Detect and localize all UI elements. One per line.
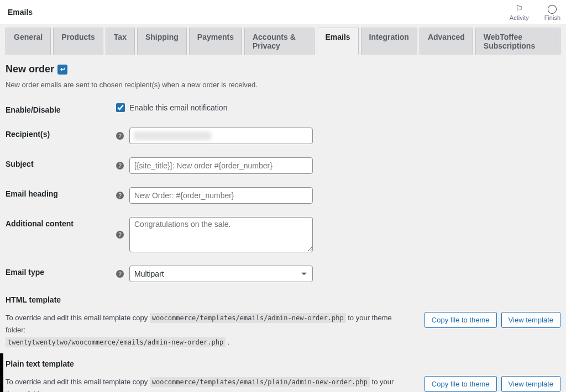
help-icon[interactable]: ? bbox=[116, 162, 124, 169]
tab-webtoffee-subscriptions[interactable]: WebToffee Subscriptions bbox=[475, 28, 560, 55]
tab-integration[interactable]: Integration bbox=[361, 28, 417, 55]
code-path: twentytwentytwo/woocommerce/emails/admin… bbox=[6, 337, 226, 347]
help-icon[interactable]: ? bbox=[116, 270, 124, 278]
html-template-section: HTML template To override and edit this … bbox=[6, 295, 560, 348]
finish-label: Finish bbox=[544, 14, 560, 21]
subject-row: Subject ? bbox=[6, 157, 560, 174]
activity-label: Activity bbox=[510, 14, 529, 21]
plain-template-section: Plain text template To override and edit… bbox=[6, 359, 560, 392]
copy-file-button[interactable]: Copy file to theme bbox=[424, 312, 497, 328]
enable-row: Enable/Disable Enable this email notific… bbox=[6, 103, 560, 114]
help-icon[interactable]: ? bbox=[116, 132, 124, 140]
topbar-actions: ⚐ Activity ◯ Finish bbox=[510, 3, 560, 21]
edge-decoration bbox=[0, 353, 3, 392]
recipients-row: Recipient(s) ? bbox=[6, 128, 560, 144]
tab-tax[interactable]: Tax bbox=[106, 28, 135, 55]
additional-label: Additional content bbox=[6, 219, 74, 228]
help-icon[interactable]: ? bbox=[116, 231, 124, 239]
plain-template-desc: To override and edit this email template… bbox=[6, 376, 413, 392]
settings-tabs: GeneralProductsTaxShippingPaymentsAccoun… bbox=[0, 24, 566, 55]
settings-form: Enable/Disable Enable this email notific… bbox=[6, 103, 560, 392]
finish-button[interactable]: ◯ Finish bbox=[544, 3, 560, 21]
tab-advanced[interactable]: Advanced bbox=[420, 28, 473, 55]
content: New order ↩ New order emails are sent to… bbox=[0, 55, 566, 392]
subject-label: Subject bbox=[6, 160, 34, 168]
enable-label: Enable/Disable bbox=[6, 103, 116, 114]
html-template-desc: To override and edit this email template… bbox=[6, 312, 413, 348]
help-icon[interactable]: ? bbox=[116, 192, 124, 199]
breadcrumb-title: Emails bbox=[8, 8, 33, 17]
plain-template-title: Plain text template bbox=[6, 359, 560, 368]
flag-icon: ⚐ bbox=[515, 3, 523, 14]
activity-button[interactable]: ⚐ Activity bbox=[510, 3, 529, 21]
recipients-blurred bbox=[134, 131, 211, 140]
code-path: woocommerce/templates/emails/admin-new-o… bbox=[150, 313, 346, 323]
topbar: Emails ⚐ Activity ◯ Finish bbox=[0, 0, 566, 24]
heading-input[interactable] bbox=[129, 187, 313, 204]
back-icon[interactable]: ↩ bbox=[57, 65, 67, 75]
heading-label: Email heading bbox=[6, 189, 58, 198]
recipients-label: Recipient(s) bbox=[6, 130, 50, 139]
tab-accounts-privacy[interactable]: Accounts & Privacy bbox=[244, 28, 315, 55]
enable-checkbox[interactable] bbox=[116, 103, 125, 112]
page-title-row: New order ↩ bbox=[6, 63, 560, 75]
tab-products[interactable]: Products bbox=[53, 28, 103, 55]
view-template-button[interactable]: View template bbox=[501, 312, 560, 328]
tab-emails[interactable]: Emails bbox=[317, 28, 358, 55]
page-description: New order emails are sent to chosen reci… bbox=[6, 81, 560, 89]
page-title: New order bbox=[6, 63, 54, 75]
additional-row: Additional content ? bbox=[6, 217, 560, 252]
emailtype-select[interactable]: Multipart bbox=[129, 266, 313, 282]
tab-payments[interactable]: Payments bbox=[189, 28, 242, 55]
enable-checkbox-label: Enable this email notification bbox=[129, 103, 227, 112]
heading-row: Email heading ? bbox=[6, 187, 560, 204]
copy-file-button[interactable]: Copy file to theme bbox=[424, 376, 497, 392]
html-template-title: HTML template bbox=[6, 295, 560, 304]
tab-general[interactable]: General bbox=[6, 28, 51, 55]
code-path: woocommerce/templates/emails/plain/admin… bbox=[150, 377, 370, 387]
additional-textarea[interactable] bbox=[129, 217, 313, 252]
subject-input[interactable] bbox=[129, 157, 313, 174]
tab-shipping[interactable]: Shipping bbox=[137, 28, 187, 55]
emailtype-label: Email type bbox=[6, 268, 44, 277]
view-template-button[interactable]: View template bbox=[501, 376, 560, 392]
emailtype-row: Email type ? Multipart bbox=[6, 266, 560, 282]
circle-icon: ◯ bbox=[547, 3, 557, 14]
